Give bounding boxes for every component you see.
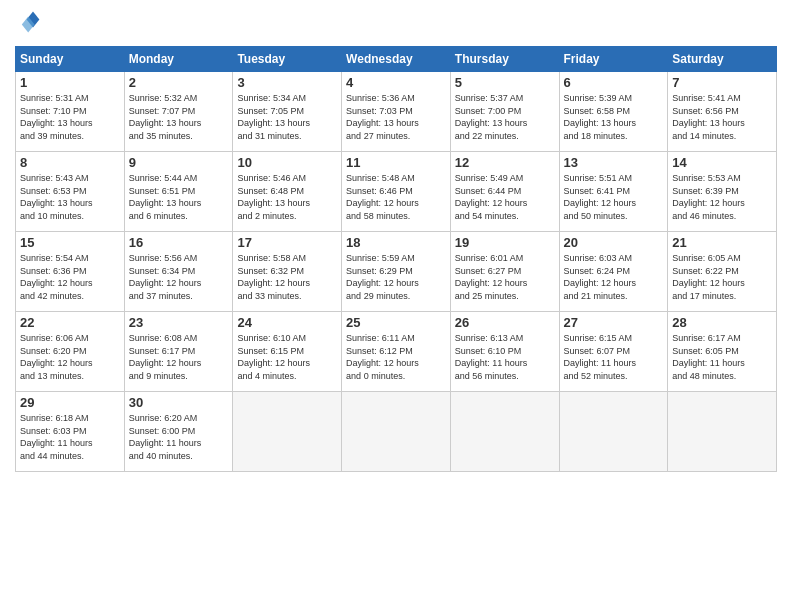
day-info: Sunrise: 5:34 AMSunset: 7:05 PMDaylight:…	[237, 92, 337, 142]
calendar-day: 20Sunrise: 6:03 AMSunset: 6:24 PMDayligh…	[559, 232, 668, 312]
day-info: Sunrise: 6:03 AMSunset: 6:24 PMDaylight:…	[564, 252, 664, 302]
day-info: Sunrise: 6:17 AMSunset: 6:05 PMDaylight:…	[672, 332, 772, 382]
day-info: Sunrise: 6:08 AMSunset: 6:17 PMDaylight:…	[129, 332, 229, 382]
day-info: Sunrise: 5:56 AMSunset: 6:34 PMDaylight:…	[129, 252, 229, 302]
day-number: 12	[455, 155, 555, 170]
day-number: 26	[455, 315, 555, 330]
calendar-day: 21Sunrise: 6:05 AMSunset: 6:22 PMDayligh…	[668, 232, 777, 312]
calendar-day: 22Sunrise: 6:06 AMSunset: 6:20 PMDayligh…	[16, 312, 125, 392]
calendar-day: 26Sunrise: 6:13 AMSunset: 6:10 PMDayligh…	[450, 312, 559, 392]
day-info: Sunrise: 6:13 AMSunset: 6:10 PMDaylight:…	[455, 332, 555, 382]
calendar-week-row: 22Sunrise: 6:06 AMSunset: 6:20 PMDayligh…	[16, 312, 777, 392]
day-info: Sunrise: 5:46 AMSunset: 6:48 PMDaylight:…	[237, 172, 337, 222]
calendar-week-row: 1Sunrise: 5:31 AMSunset: 7:10 PMDaylight…	[16, 72, 777, 152]
calendar-day: 15Sunrise: 5:54 AMSunset: 6:36 PMDayligh…	[16, 232, 125, 312]
day-info: Sunrise: 6:11 AMSunset: 6:12 PMDaylight:…	[346, 332, 446, 382]
day-number: 24	[237, 315, 337, 330]
calendar-day	[668, 392, 777, 472]
day-info: Sunrise: 5:54 AMSunset: 6:36 PMDaylight:…	[20, 252, 120, 302]
day-info: Sunrise: 5:37 AMSunset: 7:00 PMDaylight:…	[455, 92, 555, 142]
calendar-day: 29Sunrise: 6:18 AMSunset: 6:03 PMDayligh…	[16, 392, 125, 472]
day-number: 19	[455, 235, 555, 250]
calendar-day: 6Sunrise: 5:39 AMSunset: 6:58 PMDaylight…	[559, 72, 668, 152]
day-number: 20	[564, 235, 664, 250]
day-info: Sunrise: 5:39 AMSunset: 6:58 PMDaylight:…	[564, 92, 664, 142]
day-info: Sunrise: 5:58 AMSunset: 6:32 PMDaylight:…	[237, 252, 337, 302]
day-info: Sunrise: 5:49 AMSunset: 6:44 PMDaylight:…	[455, 172, 555, 222]
day-number: 5	[455, 75, 555, 90]
day-info: Sunrise: 6:10 AMSunset: 6:15 PMDaylight:…	[237, 332, 337, 382]
day-number: 22	[20, 315, 120, 330]
header	[15, 10, 777, 38]
calendar-day: 17Sunrise: 5:58 AMSunset: 6:32 PMDayligh…	[233, 232, 342, 312]
day-number: 29	[20, 395, 120, 410]
calendar-day: 23Sunrise: 6:08 AMSunset: 6:17 PMDayligh…	[124, 312, 233, 392]
day-number: 10	[237, 155, 337, 170]
calendar-day: 11Sunrise: 5:48 AMSunset: 6:46 PMDayligh…	[342, 152, 451, 232]
calendar-week-row: 8Sunrise: 5:43 AMSunset: 6:53 PMDaylight…	[16, 152, 777, 232]
day-number: 21	[672, 235, 772, 250]
calendar-day: 5Sunrise: 5:37 AMSunset: 7:00 PMDaylight…	[450, 72, 559, 152]
day-number: 17	[237, 235, 337, 250]
logo-icon	[17, 10, 41, 34]
day-number: 18	[346, 235, 446, 250]
calendar-day: 7Sunrise: 5:41 AMSunset: 6:56 PMDaylight…	[668, 72, 777, 152]
day-number: 11	[346, 155, 446, 170]
calendar-table: SundayMondayTuesdayWednesdayThursdayFrid…	[15, 46, 777, 472]
day-number: 3	[237, 75, 337, 90]
calendar-day: 13Sunrise: 5:51 AMSunset: 6:41 PMDayligh…	[559, 152, 668, 232]
day-info: Sunrise: 5:44 AMSunset: 6:51 PMDaylight:…	[129, 172, 229, 222]
col-header-wednesday: Wednesday	[342, 47, 451, 72]
calendar-day: 1Sunrise: 5:31 AMSunset: 7:10 PMDaylight…	[16, 72, 125, 152]
day-info: Sunrise: 5:51 AMSunset: 6:41 PMDaylight:…	[564, 172, 664, 222]
day-number: 16	[129, 235, 229, 250]
calendar-day	[450, 392, 559, 472]
day-number: 1	[20, 75, 120, 90]
day-number: 23	[129, 315, 229, 330]
day-number: 15	[20, 235, 120, 250]
day-number: 27	[564, 315, 664, 330]
calendar-day: 2Sunrise: 5:32 AMSunset: 7:07 PMDaylight…	[124, 72, 233, 152]
calendar-day: 24Sunrise: 6:10 AMSunset: 6:15 PMDayligh…	[233, 312, 342, 392]
calendar-header-row: SundayMondayTuesdayWednesdayThursdayFrid…	[16, 47, 777, 72]
day-info: Sunrise: 6:15 AMSunset: 6:07 PMDaylight:…	[564, 332, 664, 382]
calendar-day	[233, 392, 342, 472]
day-number: 25	[346, 315, 446, 330]
calendar-day: 8Sunrise: 5:43 AMSunset: 6:53 PMDaylight…	[16, 152, 125, 232]
day-number: 2	[129, 75, 229, 90]
day-number: 6	[564, 75, 664, 90]
day-info: Sunrise: 5:32 AMSunset: 7:07 PMDaylight:…	[129, 92, 229, 142]
calendar-day: 27Sunrise: 6:15 AMSunset: 6:07 PMDayligh…	[559, 312, 668, 392]
day-info: Sunrise: 5:41 AMSunset: 6:56 PMDaylight:…	[672, 92, 772, 142]
col-header-sunday: Sunday	[16, 47, 125, 72]
day-info: Sunrise: 6:05 AMSunset: 6:22 PMDaylight:…	[672, 252, 772, 302]
col-header-thursday: Thursday	[450, 47, 559, 72]
day-number: 30	[129, 395, 229, 410]
day-info: Sunrise: 5:53 AMSunset: 6:39 PMDaylight:…	[672, 172, 772, 222]
calendar-day: 3Sunrise: 5:34 AMSunset: 7:05 PMDaylight…	[233, 72, 342, 152]
day-info: Sunrise: 6:01 AMSunset: 6:27 PMDaylight:…	[455, 252, 555, 302]
day-number: 14	[672, 155, 772, 170]
day-number: 28	[672, 315, 772, 330]
day-number: 9	[129, 155, 229, 170]
day-info: Sunrise: 5:31 AMSunset: 7:10 PMDaylight:…	[20, 92, 120, 142]
day-info: Sunrise: 5:59 AMSunset: 6:29 PMDaylight:…	[346, 252, 446, 302]
day-number: 8	[20, 155, 120, 170]
calendar-day: 18Sunrise: 5:59 AMSunset: 6:29 PMDayligh…	[342, 232, 451, 312]
calendar-day: 16Sunrise: 5:56 AMSunset: 6:34 PMDayligh…	[124, 232, 233, 312]
day-info: Sunrise: 5:43 AMSunset: 6:53 PMDaylight:…	[20, 172, 120, 222]
col-header-friday: Friday	[559, 47, 668, 72]
calendar-week-row: 29Sunrise: 6:18 AMSunset: 6:03 PMDayligh…	[16, 392, 777, 472]
col-header-monday: Monday	[124, 47, 233, 72]
calendar-week-row: 15Sunrise: 5:54 AMSunset: 6:36 PMDayligh…	[16, 232, 777, 312]
calendar-day: 25Sunrise: 6:11 AMSunset: 6:12 PMDayligh…	[342, 312, 451, 392]
calendar-day: 10Sunrise: 5:46 AMSunset: 6:48 PMDayligh…	[233, 152, 342, 232]
calendar-day: 28Sunrise: 6:17 AMSunset: 6:05 PMDayligh…	[668, 312, 777, 392]
calendar-day: 9Sunrise: 5:44 AMSunset: 6:51 PMDaylight…	[124, 152, 233, 232]
day-number: 7	[672, 75, 772, 90]
day-number: 4	[346, 75, 446, 90]
day-info: Sunrise: 6:20 AMSunset: 6:00 PMDaylight:…	[129, 412, 229, 462]
calendar-day	[559, 392, 668, 472]
calendar-day: 4Sunrise: 5:36 AMSunset: 7:03 PMDaylight…	[342, 72, 451, 152]
main-container: SundayMondayTuesdayWednesdayThursdayFrid…	[0, 0, 792, 482]
